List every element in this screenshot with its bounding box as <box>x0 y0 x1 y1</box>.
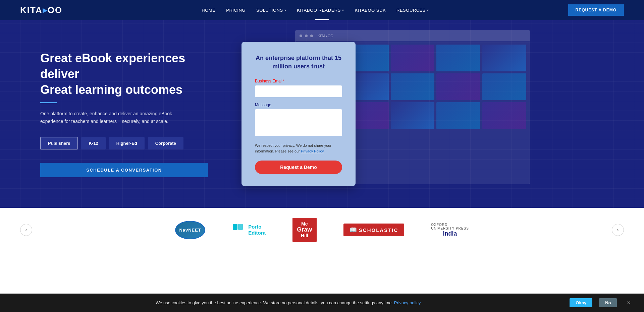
chevron-down-icon: ▾ <box>284 8 286 12</box>
logo[interactable]: KITA▸OO <box>20 5 62 15</box>
form-title: An enterprise platform that 15 million u… <box>255 54 342 71</box>
nav-links: HOME PRICING SOLUTIONS ▾ KITABOO READERS… <box>202 8 429 13</box>
porto-text: PortoEditora <box>248 224 266 236</box>
logos-section: ‹ NavNEET PortoEditora Mc Graw Hill <box>0 208 644 252</box>
mcgraw-hill-logo: Mc Graw Hill <box>292 218 317 242</box>
logo-icon: ▸ <box>43 5 48 15</box>
mcgraw-logo-box: Mc Graw Hill <box>292 218 317 242</box>
chevron-down-icon: ▾ <box>427 8 429 12</box>
request-demo-button[interactable]: REQUEST A DEMO <box>568 4 624 16</box>
request-demo-submit-button[interactable]: Request a Demo <box>255 161 342 174</box>
navneet-logo: NavNEET <box>175 221 205 239</box>
navneet-text: NavNEET <box>179 228 201 233</box>
privacy-text: We respect your privacy. We do not share… <box>255 143 342 154</box>
porto-editora-logo: PortoEditora <box>232 223 266 238</box>
svg-rect-0 <box>233 224 237 230</box>
nav-pricing[interactable]: PRICING <box>226 8 246 13</box>
nav-home[interactable]: HOME <box>202 8 215 13</box>
navbar: KITA▸OO HOME PRICING SOLUTIONS ▾ KITABOO… <box>0 0 644 20</box>
chevron-down-icon: ▾ <box>342 8 344 12</box>
privacy-policy-link[interactable]: Privacy Policy <box>301 149 324 153</box>
oxford-india-text: India <box>443 230 457 237</box>
nav-solutions[interactable]: SOLUTIONS ▾ <box>256 8 286 13</box>
scholastic-logo: 📖 SCHOLASTIC <box>343 224 405 236</box>
message-label: Message <box>255 103 342 107</box>
scholastic-logo-box: 📖 SCHOLASTIC <box>343 224 405 236</box>
email-input[interactable] <box>255 85 342 97</box>
hero-form-area: An enterprise platform that 15 million u… <box>228 20 644 208</box>
svg-rect-1 <box>238 224 243 230</box>
message-textarea[interactable] <box>255 109 342 136</box>
hero-section: KITA▸OO Great eBook e <box>0 20 644 208</box>
nav-resources[interactable]: RESOURCES ▾ <box>396 8 429 13</box>
oxford-logo: OXFORDUNIVERSITY PRESS India <box>431 223 469 237</box>
logos-next-button[interactable]: › <box>612 224 624 236</box>
nav-underline <box>315 19 329 20</box>
logos-carousel: NavNEET PortoEditora Mc Graw Hill � <box>32 218 612 242</box>
required-asterisk: * <box>282 79 284 83</box>
logos-prev-button[interactable]: ‹ <box>20 224 32 236</box>
demo-form-card: An enterprise platform that 15 million u… <box>241 42 356 186</box>
oxford-top-text: OXFORDUNIVERSITY PRESS <box>431 223 469 230</box>
nav-kitaboo-readers[interactable]: KITABOO READERS ▾ <box>297 8 344 13</box>
email-label: Business Email* <box>255 79 342 83</box>
scholastic-text: SCHOLASTIC <box>359 227 398 233</box>
porto-icon <box>232 223 246 238</box>
nav-kitaboo-sdk[interactable]: KITABOO SDK <box>355 8 386 13</box>
navneet-logo-graphic: NavNEET <box>175 221 205 239</box>
